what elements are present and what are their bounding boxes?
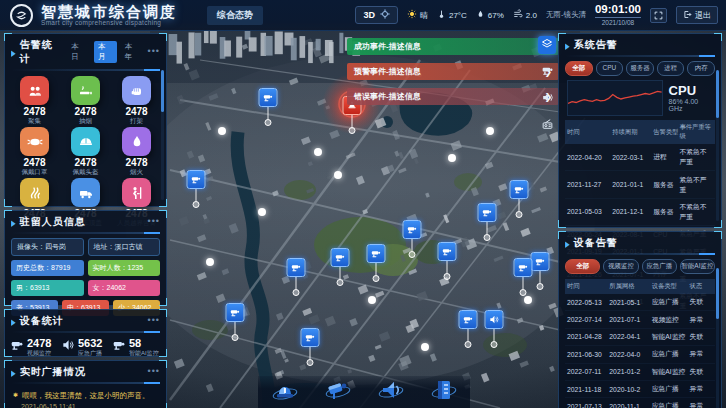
map-camera-marker[interactable] [510,180,529,218]
tab-today[interactable]: 本日 [67,41,90,63]
table-row[interactable]: 2021-11-182020-10-2应急广播异常 [565,381,715,398]
map-camera-marker[interactable] [403,220,422,258]
success-event-banner[interactable]: 成功事件-描述信息 ❯ [347,38,559,55]
success-event-text: 成功事件-描述信息 [354,41,421,52]
speaker-layer-button[interactable] [538,90,556,108]
table-row[interactable]: 2021-04-282022-04-1智能AI监控失联 [565,329,715,346]
3d-mode-toggle[interactable]: 3D [355,6,398,24]
table-row[interactable]: 2022-07-112021-01-2智能AI监控失联 [565,364,715,381]
flame-icon [122,127,151,156]
tab-process[interactable]: 进程 [657,61,685,76]
mask-icon [20,127,49,156]
map-camera-marker[interactable] [301,328,320,366]
tab-memory[interactable]: 内存 [687,61,715,76]
fullscreen-button[interactable] [650,8,667,23]
clock-widget: 09:01:00 2021/10/08 [595,4,641,27]
cctv-icon [478,203,497,222]
map-camera-marker[interactable] [478,203,497,241]
tab-server[interactable]: 服务器 [626,61,654,76]
alarm-stat-mask[interactable]: 2478 佩戴口罩 [9,127,60,175]
personnel-stats: 摄像头：四号岗 地址：溪口古镇 历史总数：87919 实时人数：1235 男：6… [5,238,166,316]
panel-title: 设备统计 [20,314,64,328]
alarm-stat-gathering[interactable]: 2478 聚集 [9,76,60,124]
app-logo [10,4,33,27]
ai-camera-icon [112,338,126,356]
map-speaker-marker[interactable] [485,310,504,348]
tab-ai[interactable]: 智能AI监控 [680,259,715,274]
cctv-icon [510,180,529,199]
tab-this-year[interactable]: 本年 [121,41,144,63]
device-alarm-tabs: 全部 视频监控 应急广播 智能AI监控 [559,259,721,277]
map-camera-marker[interactable] [438,242,457,280]
more-menu-icon[interactable]: ••• [148,220,160,224]
map-camera-marker[interactable] [187,170,206,208]
warning-event-banner[interactable]: 预警事件-描述信息 ❯ [347,63,559,80]
panel-arrow-icon: ▶ [11,316,16,326]
logout-button[interactable]: 退出 [676,6,718,24]
cpu-chart-title: CPU [669,84,713,98]
scrollbar[interactable] [161,70,164,200]
humidity-widget: 67% [476,9,504,21]
table-row[interactable]: 2021-05-032021-12-1服务器不紧急不严重 [565,199,715,226]
scrollbar[interactable] [716,268,719,408]
alarm-stat-helmet[interactable]: 2478 佩戴头盔 [60,127,111,175]
tab-video[interactable]: 视频监控 [603,259,638,274]
tab-all[interactable]: 全部 [565,61,593,76]
cpu-chart-subtitle: 86% 4.00 GHz [669,98,713,112]
cigarette-icon [71,76,100,105]
tab-all[interactable]: 全部 [565,259,600,274]
thermometer-icon [437,9,446,21]
map-camera-marker[interactable] [531,252,550,290]
table-row[interactable]: 2021-07-132020-11-1应急广播异常 [565,398,715,408]
more-menu-icon[interactable]: ••• [148,50,160,54]
map-camera-marker[interactable] [287,258,306,296]
alarm-stat-fighting[interactable]: 2478 打架 [111,76,162,124]
more-menu-icon[interactable]: ••• [148,319,160,323]
stat-broadcast[interactable]: 5632 应急广播 [61,338,110,356]
cctv-icon [403,220,422,239]
tab-broadcast[interactable]: 应急广播 [642,259,677,274]
alarm-stat-smoking[interactable]: 2478 抽烟 [60,76,111,124]
stat-video-monitor[interactable]: 2478 视频监控 [10,338,59,356]
map-camera-marker[interactable] [331,248,350,286]
table-row[interactable]: 2022-07-142021-07-1视频监控异常 [565,311,715,328]
scrollbar[interactable] [716,70,719,221]
camera-layer-button[interactable] [538,63,556,81]
table-row[interactable]: 2022-05-132021-05-1应急广播失联 [565,294,715,311]
broadcast-layer-button[interactable] [538,117,556,135]
panel-title: 设备告警 [574,236,618,250]
cctv-icon [541,63,554,81]
humidity-value: 67% [488,11,504,20]
server-tool-icon[interactable] [430,377,458,407]
alarm-stat-smoke-fire[interactable]: 2478 烟火 [111,127,162,175]
error-event-banner[interactable]: 错误事件-描述信息 ❯ [347,88,559,105]
bullet-icon: ✱ [13,391,18,401]
helmet-icon [71,127,100,156]
layers-button[interactable] [538,36,556,54]
cctv-icon [459,310,478,329]
tab-cpu[interactable]: CPU [596,61,624,76]
panel-live-broadcast: ▶ 实时广播情况 ••• ✱ 喂喂，我这里清楚，这是小明的声音。 2021-06… [4,360,167,408]
table-row[interactable]: 2022-04-202022-03-1进程不紧急不严重 [565,144,715,171]
table-row[interactable]: 2021-11-272021-01-1服务器紧急不严重 [565,171,715,198]
table-row[interactable]: 2021-06-302022-04-0应急广播异常 [565,346,715,363]
panel-title: 实时广播情况 [20,365,86,379]
map-camera-marker[interactable] [226,303,245,341]
nav-tab-overview[interactable]: 综合态势 [207,6,263,25]
fire-icon [20,178,49,207]
map-camera-marker[interactable] [259,88,278,126]
map-camera-marker[interactable] [367,244,386,282]
map-side-toolbar [538,36,556,135]
stat-ai-monitor[interactable]: 58 智能AI监控 [112,338,161,356]
siren-tool-icon[interactable] [271,377,299,407]
map-camera-marker[interactable] [514,258,533,296]
logout-icon [683,10,692,21]
panel-title: 驻留人员信息 [20,215,86,229]
speaker-icon [485,310,504,329]
speaker-tool-icon[interactable] [377,377,405,407]
more-menu-icon[interactable]: ••• [148,370,160,374]
broadcast-message-row: ✱ 喂喂，我这里清楚，这是小明的声音。 [5,388,166,401]
map-camera-marker[interactable] [459,310,478,348]
tab-this-month[interactable]: 本月 [94,41,117,63]
camera-tool-icon[interactable] [324,377,352,407]
